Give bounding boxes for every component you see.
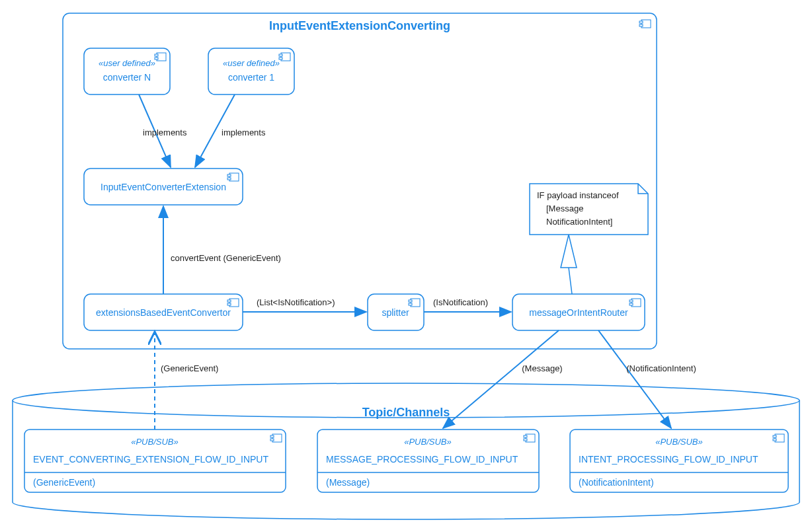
edge-is-notification-label: (IsNotification) bbox=[433, 297, 488, 307]
channel1-name: EVENT_CONVERTING_EXTENSION_FLOW_ID_INPUT bbox=[33, 454, 268, 465]
svg-rect-37 bbox=[270, 439, 274, 441]
channel-intent-processing: «PUB/SUB» INTENT_PROCESSING_FLOW_ID_INPU… bbox=[570, 430, 788, 492]
component-input-event-converter-extension: InputEventConverterExtension bbox=[84, 168, 243, 205]
component-converter-1: «user defined» converter 1 bbox=[208, 48, 294, 94]
svg-rect-15 bbox=[227, 174, 231, 176]
converter-n-stereotype: «user defined» bbox=[99, 58, 155, 68]
edge-notification-intent-label: (NotificationIntent) bbox=[626, 363, 696, 373]
svg-rect-7 bbox=[155, 54, 158, 56]
channel3-name: INTENT_PROCESSING_FLOW_ID_INPUT bbox=[579, 454, 758, 465]
channels-title: Topic/Channels bbox=[362, 406, 450, 419]
component-extensions-based-event-convertor: extensionsBasedEventConvertor bbox=[84, 294, 243, 330]
channel1-payload: (GenericEvent) bbox=[33, 477, 95, 488]
splitter-name: splitter bbox=[382, 307, 409, 318]
note-line1: IF payload instanceof bbox=[537, 190, 619, 200]
svg-rect-19 bbox=[227, 300, 231, 302]
svg-rect-4 bbox=[639, 24, 643, 26]
channel2-payload: (Message) bbox=[326, 477, 370, 488]
note-line3: NotificationIntent] bbox=[546, 217, 612, 227]
converter-n-name: converter N bbox=[103, 72, 151, 83]
svg-rect-36 bbox=[270, 435, 274, 437]
router-name: messageOrIntentRouter bbox=[529, 307, 628, 318]
edge-message-label: (Message) bbox=[522, 363, 562, 373]
svg-rect-23 bbox=[409, 300, 412, 302]
component-splitter: splitter bbox=[368, 294, 424, 330]
event-convertor-name: extensionsBasedEventConvertor bbox=[96, 307, 231, 318]
svg-rect-41 bbox=[524, 435, 527, 437]
channel3-stereotype: «PUB/SUB» bbox=[655, 437, 703, 447]
component-converter-n: «user defined» converter N bbox=[84, 48, 170, 94]
channel-message-processing: «PUB/SUB» MESSAGE_PROCESSING_FLOW_ID_INP… bbox=[317, 430, 539, 492]
svg-rect-16 bbox=[227, 178, 231, 180]
note-line2: [Message bbox=[546, 204, 583, 213]
svg-rect-28 bbox=[629, 303, 633, 305]
component-message-or-intent-router: messageOrIntentRouter bbox=[512, 294, 645, 330]
edge-convert-event-label: convertEvent (GenericEvent) bbox=[171, 253, 281, 263]
extension-iface-name: InputEventConverterExtension bbox=[101, 182, 226, 192]
svg-rect-3 bbox=[639, 21, 643, 23]
edge-implements-1-label: implements bbox=[222, 128, 266, 137]
channel1-stereotype: «PUB/SUB» bbox=[131, 437, 179, 447]
svg-rect-8 bbox=[155, 57, 158, 59]
svg-rect-11 bbox=[279, 54, 282, 56]
svg-rect-47 bbox=[773, 439, 776, 441]
svg-rect-20 bbox=[227, 303, 231, 305]
edge-generic-event-label: (GenericEvent) bbox=[161, 363, 218, 373]
svg-rect-12 bbox=[279, 57, 282, 59]
channel3-payload: (NotificationIntent) bbox=[579, 477, 654, 488]
converter-1-name: converter 1 bbox=[228, 72, 274, 83]
svg-rect-42 bbox=[524, 439, 527, 441]
channel-event-converting: «PUB/SUB» EVENT_CONVERTING_EXTENSION_FLO… bbox=[24, 430, 286, 492]
edge-list-notification-label: (List<IsNotification>) bbox=[257, 297, 335, 307]
svg-rect-24 bbox=[409, 303, 412, 305]
converter-1-stereotype: «user defined» bbox=[223, 58, 280, 68]
edge-implements-n-label: implements bbox=[143, 128, 187, 137]
svg-rect-46 bbox=[773, 435, 776, 437]
channel2-name: MESSAGE_PROCESSING_FLOW_ID_INPUT bbox=[326, 454, 518, 465]
channel2-stereotype: «PUB/SUB» bbox=[404, 437, 452, 447]
svg-rect-27 bbox=[629, 300, 633, 302]
package-title: InputEventExtensionConverting bbox=[269, 19, 450, 32]
